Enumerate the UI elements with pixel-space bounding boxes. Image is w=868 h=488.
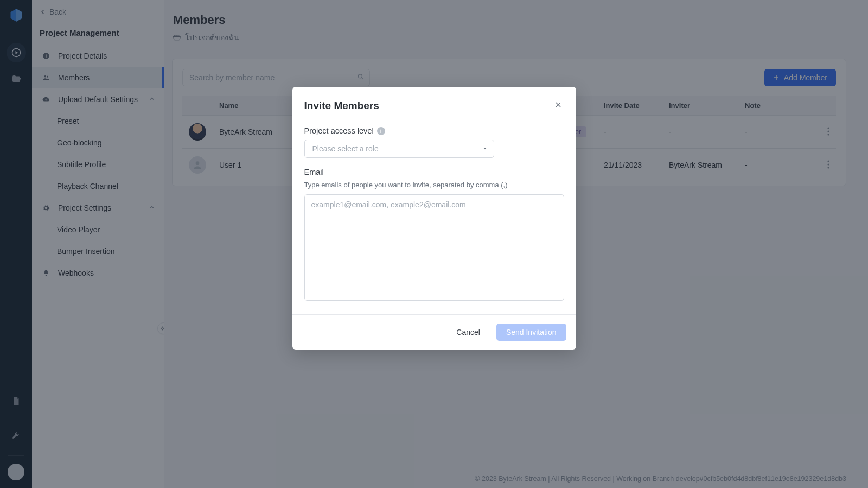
caret-down-icon [482, 144, 488, 153]
send-invitation-button[interactable]: Send Invitation [496, 324, 566, 341]
role-select-display: Please select a role [304, 140, 494, 158]
email-textarea[interactable] [304, 194, 564, 301]
modal-overlay[interactable]: Invite Members Project access level i Pl… [0, 0, 868, 488]
invite-members-modal: Invite Members Project access level i Pl… [292, 87, 576, 350]
modal-header: Invite Members [292, 87, 576, 117]
modal-title: Invite Members [304, 100, 379, 112]
email-label: Email [304, 168, 564, 176]
modal-close-button[interactable] [552, 99, 564, 112]
info-icon[interactable]: i [377, 127, 385, 135]
close-icon [554, 101, 562, 109]
modal-footer: Cancel Send Invitation [292, 314, 576, 350]
role-select[interactable]: Please select a role [304, 140, 494, 158]
cancel-button[interactable]: Cancel [446, 324, 490, 341]
email-hint: Type emails of people you want to invite… [304, 181, 564, 189]
access-level-label: Project access level i [304, 126, 564, 135]
access-level-label-text: Project access level [304, 126, 374, 135]
modal-body: Project access level i Please select a r… [292, 117, 576, 314]
